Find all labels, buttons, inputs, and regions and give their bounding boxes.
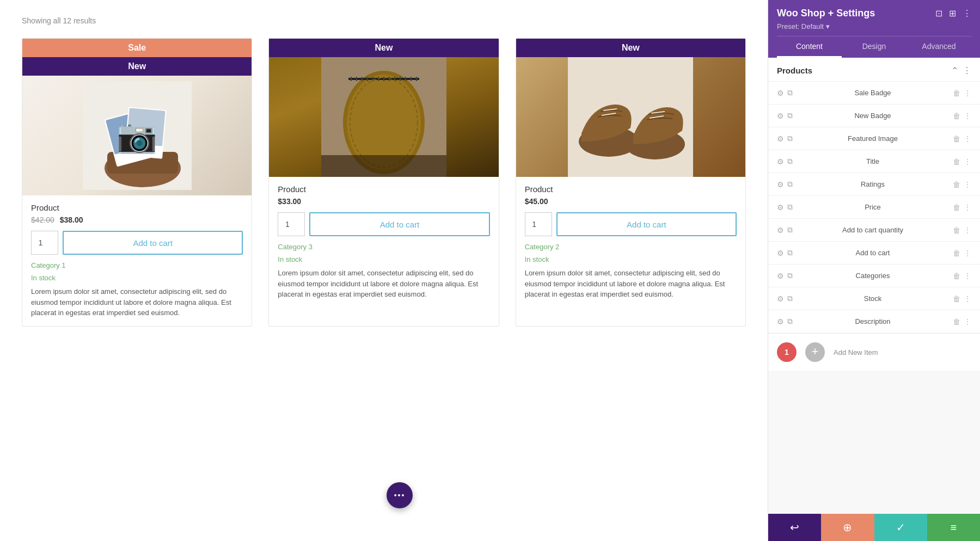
tab-content[interactable]: Content (777, 36, 842, 58)
results-count: Showing all 12 results (22, 16, 746, 25)
list-item-new-badge[interactable]: ⚙ ⧉ New Badge 🗑 ⋮ (768, 104, 980, 127)
settings-icon-atc[interactable]: ⚙ (777, 249, 784, 257)
settings-icon-new-badge[interactable]: ⚙ (777, 112, 784, 120)
more-icon-ratings[interactable]: ⋮ (964, 180, 971, 189)
more-icon-title[interactable]: ⋮ (964, 157, 971, 166)
item-icons-description: ⚙ ⧉ (777, 317, 793, 326)
delete-icon-new-badge[interactable]: 🗑 (953, 112, 960, 120)
delete-icon-title[interactable]: 🗑 (953, 157, 960, 166)
add-to-cart-btn-3[interactable]: Add to cart (556, 212, 737, 236)
settings-icon-sale-badge[interactable]: ⚙ (777, 89, 784, 97)
collapse-icon[interactable]: ⌃ (951, 65, 958, 76)
undo-icon: ↩ (790, 521, 799, 534)
delete-icon-atcq[interactable]: 🗑 (953, 226, 960, 235)
copy-icon-featured-image[interactable]: ⧉ (787, 134, 793, 143)
copy-icon-description[interactable]: ⧉ (787, 317, 793, 326)
section-more-icon[interactable]: ⋮ (963, 65, 971, 76)
copy-icon-price[interactable]: ⧉ (787, 202, 793, 212)
copy-icon-categories[interactable]: ⧉ (787, 271, 793, 280)
new-price-2: $33.00 (278, 197, 301, 206)
panel-section-header: Products ⌃ ⋮ (768, 58, 980, 82)
copy-icon-title[interactable]: ⧉ (787, 157, 793, 166)
copy-icon-atc[interactable]: ⧉ (787, 248, 793, 257)
more-icon-new-badge[interactable]: ⋮ (964, 112, 971, 120)
responsive-icon[interactable]: ⊡ (935, 8, 942, 19)
delete-icon-ratings[interactable]: 🗑 (953, 180, 960, 189)
list-item-stock[interactable]: ⚙ ⧉ Stock 🗑 ⋮ (768, 287, 980, 310)
more-options-icon[interactable]: ⋮ (963, 8, 971, 19)
copy-icon-new-badge[interactable]: ⧉ (787, 111, 793, 120)
add-new-item-label[interactable]: Add New Item (834, 348, 878, 356)
panel-preset[interactable]: Preset: Default ▾ (777, 22, 971, 30)
list-item-categories[interactable]: ⚙ ⧉ Categories 🗑 ⋮ (768, 265, 980, 287)
settings-icon-atcq[interactable]: ⚙ (777, 226, 784, 235)
bottom-btn-undo[interactable]: ↩ (768, 514, 821, 541)
product-title-2: Product (278, 185, 489, 194)
settings-icon-stock[interactable]: ⚙ (777, 294, 784, 303)
more-icon-stock[interactable]: ⋮ (964, 294, 971, 303)
panel-bottom-bar: ↩ ⊕ ✓ ≡ (768, 514, 980, 541)
bottom-btn-add[interactable]: ⊕ (821, 514, 874, 541)
list-item-price[interactable]: ⚙ ⧉ Price 🗑 ⋮ (768, 196, 980, 219)
floating-action-button[interactable]: ••• (387, 482, 413, 508)
settings-icon-price[interactable]: ⚙ (777, 203, 784, 212)
qty-input-3[interactable] (525, 212, 552, 236)
item-actions-description: 🗑 ⋮ (953, 317, 971, 326)
copy-icon-sale-badge[interactable]: ⧉ (787, 88, 793, 97)
delete-icon-price[interactable]: 🗑 (953, 203, 960, 212)
item-actions-stock: 🗑 ⋮ (953, 294, 971, 303)
item-label-atcq: Add to cart quantity (797, 226, 948, 234)
more-icon-atcq[interactable]: ⋮ (964, 226, 971, 235)
menu-icon: ≡ (951, 521, 957, 534)
add-new-item-button[interactable]: + (805, 342, 825, 362)
copy-icon-ratings[interactable]: ⧉ (787, 180, 793, 189)
more-icon-sale-badge[interactable]: ⋮ (964, 89, 971, 97)
copy-icon-stock[interactable]: ⧉ (787, 294, 793, 303)
more-icon-featured-image[interactable]: ⋮ (964, 134, 971, 143)
category-link-2[interactable]: Category 3 (278, 243, 489, 251)
category-link-1[interactable]: Category 1 (31, 261, 243, 269)
more-icon-description[interactable]: ⋮ (964, 317, 971, 326)
delete-icon-sale-badge[interactable]: 🗑 (953, 89, 960, 97)
delete-icon-description[interactable]: 🗑 (953, 317, 960, 326)
delete-icon-featured-image[interactable]: 🗑 (953, 134, 960, 143)
list-item-ratings[interactable]: ⚙ ⧉ Ratings 🗑 ⋮ (768, 173, 980, 196)
panel-title-row: Woo Shop + Settings ⊡ ⊞ ⋮ (777, 8, 971, 19)
settings-icon-categories[interactable]: ⚙ (777, 272, 784, 280)
add-to-cart-btn-2[interactable]: Add to cart (309, 212, 489, 236)
add-to-cart-btn-1[interactable]: Add to cart (63, 231, 243, 255)
item-icons-stock: ⚙ ⧉ (777, 294, 793, 303)
qty-input-1[interactable] (31, 231, 58, 255)
settings-icon-description[interactable]: ⚙ (777, 317, 784, 326)
list-item-featured-image[interactable]: ⚙ ⧉ Featured Image 🗑 ⋮ (768, 127, 980, 150)
item-label-stock: Stock (797, 294, 948, 303)
more-icon-categories[interactable]: ⋮ (964, 272, 971, 280)
tab-advanced[interactable]: Advanced (906, 36, 971, 58)
layout-icon[interactable]: ⊞ (949, 8, 956, 19)
item-icons-atc: ⚙ ⧉ (777, 248, 793, 257)
preset-label: Preset: Default (777, 22, 824, 30)
bottom-btn-save[interactable]: ✓ (874, 514, 927, 541)
list-item-add-to-cart[interactable]: ⚙ ⧉ Add to cart 🗑 ⋮ (768, 242, 980, 265)
more-icon-price[interactable]: ⋮ (964, 203, 971, 212)
list-item-sale-badge[interactable]: ⚙ ⧉ Sale Badge 🗑 ⋮ (768, 82, 980, 104)
panel-section-actions: ⌃ ⋮ (951, 65, 971, 76)
bottom-btn-menu[interactable]: ≡ (927, 514, 980, 541)
tab-design[interactable]: Design (842, 36, 906, 58)
product-image-2 (269, 57, 498, 177)
settings-icon-ratings[interactable]: ⚙ (777, 180, 784, 189)
list-item-description[interactable]: ⚙ ⧉ Description 🗑 ⋮ (768, 310, 980, 333)
settings-icon-featured-image[interactable]: ⚙ (777, 134, 784, 143)
copy-icon-atcq[interactable]: ⧉ (787, 225, 793, 235)
delete-icon-categories[interactable]: 🗑 (953, 272, 960, 280)
settings-icon-title[interactable]: ⚙ (777, 157, 784, 166)
qty-input-2[interactable] (278, 212, 305, 236)
footer-badge[interactable]: 1 (777, 342, 797, 362)
delete-icon-stock[interactable]: 🗑 (953, 294, 960, 303)
list-item-add-to-cart-quantity[interactable]: ⚙ ⧉ Add to cart quantity 🗑 ⋮ (768, 219, 980, 242)
list-item-title[interactable]: ⚙ ⧉ Title 🗑 ⋮ (768, 150, 980, 173)
category-link-3[interactable]: Category 2 (525, 243, 737, 251)
stock-1: In stock (31, 274, 243, 282)
more-icon-atc[interactable]: ⋮ (964, 249, 971, 257)
delete-icon-atc[interactable]: 🗑 (953, 249, 960, 257)
